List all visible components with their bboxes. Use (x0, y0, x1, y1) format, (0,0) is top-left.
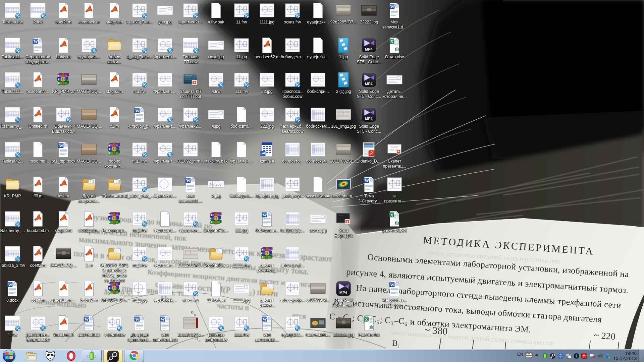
svg-text:1: 1 (397, 343, 400, 349)
svg-text:В: В (392, 339, 398, 348)
svg-text:n: n (191, 309, 194, 316)
svg-text:~ 380: ~ 380 (424, 324, 448, 337)
svg-text:к: к (199, 338, 201, 343)
svg-text:~ 220: ~ 220 (594, 330, 616, 342)
